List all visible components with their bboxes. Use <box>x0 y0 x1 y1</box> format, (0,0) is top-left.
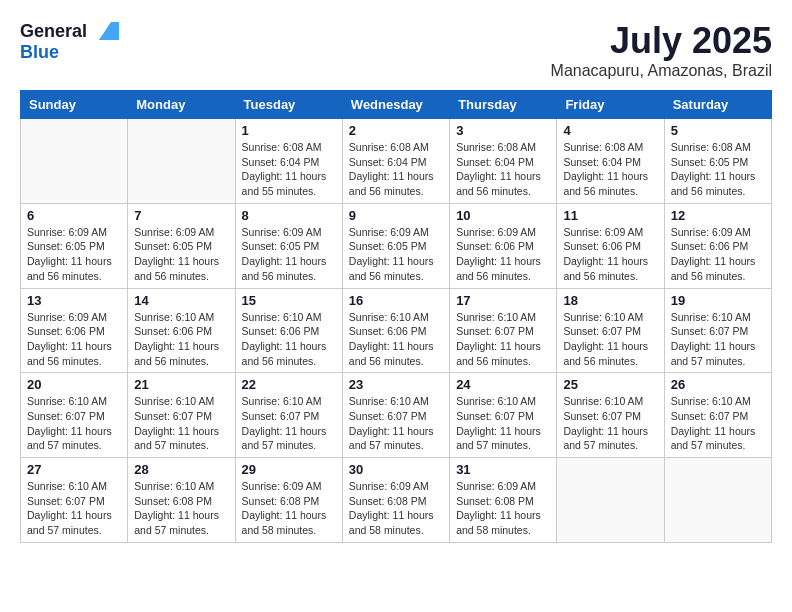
calendar-cell: 8Sunrise: 6:09 AM Sunset: 6:05 PM Daylig… <box>235 203 342 288</box>
day-number: 26 <box>671 377 765 392</box>
day-number: 31 <box>456 462 550 477</box>
day-number: 12 <box>671 208 765 223</box>
day-info: Sunrise: 6:10 AM Sunset: 6:07 PM Dayligh… <box>349 394 443 453</box>
day-info: Sunrise: 6:09 AM Sunset: 6:05 PM Dayligh… <box>134 225 228 284</box>
day-number: 29 <box>242 462 336 477</box>
day-number: 3 <box>456 123 550 138</box>
day-info: Sunrise: 6:10 AM Sunset: 6:07 PM Dayligh… <box>671 310 765 369</box>
day-number: 15 <box>242 293 336 308</box>
day-number: 6 <box>27 208 121 223</box>
day-number: 18 <box>563 293 657 308</box>
calendar-cell: 19Sunrise: 6:10 AM Sunset: 6:07 PM Dayli… <box>664 288 771 373</box>
calendar-cell: 7Sunrise: 6:09 AM Sunset: 6:05 PM Daylig… <box>128 203 235 288</box>
day-number: 22 <box>242 377 336 392</box>
location-subtitle: Manacapuru, Amazonas, Brazil <box>551 62 772 80</box>
calendar-cell: 12Sunrise: 6:09 AM Sunset: 6:06 PM Dayli… <box>664 203 771 288</box>
calendar-cell: 11Sunrise: 6:09 AM Sunset: 6:06 PM Dayli… <box>557 203 664 288</box>
calendar-week-row: 1Sunrise: 6:08 AM Sunset: 6:04 PM Daylig… <box>21 119 772 204</box>
calendar-cell: 22Sunrise: 6:10 AM Sunset: 6:07 PM Dayli… <box>235 373 342 458</box>
day-info: Sunrise: 6:10 AM Sunset: 6:06 PM Dayligh… <box>242 310 336 369</box>
calendar-week-row: 13Sunrise: 6:09 AM Sunset: 6:06 PM Dayli… <box>21 288 772 373</box>
calendar-cell: 9Sunrise: 6:09 AM Sunset: 6:05 PM Daylig… <box>342 203 449 288</box>
calendar-cell <box>664 458 771 543</box>
calendar-cell <box>21 119 128 204</box>
day-number: 27 <box>27 462 121 477</box>
calendar-cell: 31Sunrise: 6:09 AM Sunset: 6:08 PM Dayli… <box>450 458 557 543</box>
calendar-cell: 14Sunrise: 6:10 AM Sunset: 6:06 PM Dayli… <box>128 288 235 373</box>
day-info: Sunrise: 6:09 AM Sunset: 6:05 PM Dayligh… <box>242 225 336 284</box>
day-info: Sunrise: 6:09 AM Sunset: 6:06 PM Dayligh… <box>563 225 657 284</box>
calendar-cell: 6Sunrise: 6:09 AM Sunset: 6:05 PM Daylig… <box>21 203 128 288</box>
day-info: Sunrise: 6:10 AM Sunset: 6:06 PM Dayligh… <box>349 310 443 369</box>
calendar-header-tuesday: Tuesday <box>235 91 342 119</box>
calendar-header-wednesday: Wednesday <box>342 91 449 119</box>
day-number: 24 <box>456 377 550 392</box>
day-info: Sunrise: 6:09 AM Sunset: 6:06 PM Dayligh… <box>671 225 765 284</box>
calendar-cell: 27Sunrise: 6:10 AM Sunset: 6:07 PM Dayli… <box>21 458 128 543</box>
day-info: Sunrise: 6:10 AM Sunset: 6:07 PM Dayligh… <box>242 394 336 453</box>
calendar-cell: 25Sunrise: 6:10 AM Sunset: 6:07 PM Dayli… <box>557 373 664 458</box>
calendar-cell <box>557 458 664 543</box>
day-number: 5 <box>671 123 765 138</box>
day-number: 17 <box>456 293 550 308</box>
calendar-cell: 23Sunrise: 6:10 AM Sunset: 6:07 PM Dayli… <box>342 373 449 458</box>
day-info: Sunrise: 6:09 AM Sunset: 6:06 PM Dayligh… <box>456 225 550 284</box>
calendar-cell: 29Sunrise: 6:09 AM Sunset: 6:08 PM Dayli… <box>235 458 342 543</box>
calendar-header-friday: Friday <box>557 91 664 119</box>
day-info: Sunrise: 6:09 AM Sunset: 6:08 PM Dayligh… <box>242 479 336 538</box>
day-info: Sunrise: 6:10 AM Sunset: 6:08 PM Dayligh… <box>134 479 228 538</box>
day-info: Sunrise: 6:10 AM Sunset: 6:07 PM Dayligh… <box>563 394 657 453</box>
day-info: Sunrise: 6:10 AM Sunset: 6:07 PM Dayligh… <box>563 310 657 369</box>
calendar-cell: 4Sunrise: 6:08 AM Sunset: 6:04 PM Daylig… <box>557 119 664 204</box>
calendar-cell: 17Sunrise: 6:10 AM Sunset: 6:07 PM Dayli… <box>450 288 557 373</box>
day-number: 1 <box>242 123 336 138</box>
calendar-cell: 30Sunrise: 6:09 AM Sunset: 6:08 PM Dayli… <box>342 458 449 543</box>
day-info: Sunrise: 6:10 AM Sunset: 6:07 PM Dayligh… <box>456 310 550 369</box>
day-info: Sunrise: 6:08 AM Sunset: 6:04 PM Dayligh… <box>242 140 336 199</box>
day-number: 23 <box>349 377 443 392</box>
day-info: Sunrise: 6:08 AM Sunset: 6:04 PM Dayligh… <box>456 140 550 199</box>
calendar-cell: 28Sunrise: 6:10 AM Sunset: 6:08 PM Dayli… <box>128 458 235 543</box>
day-number: 2 <box>349 123 443 138</box>
day-number: 28 <box>134 462 228 477</box>
calendar-week-row: 27Sunrise: 6:10 AM Sunset: 6:07 PM Dayli… <box>21 458 772 543</box>
day-number: 25 <box>563 377 657 392</box>
calendar-cell: 1Sunrise: 6:08 AM Sunset: 6:04 PM Daylig… <box>235 119 342 204</box>
logo-icon <box>91 20 119 42</box>
day-number: 16 <box>349 293 443 308</box>
day-info: Sunrise: 6:08 AM Sunset: 6:05 PM Dayligh… <box>671 140 765 199</box>
day-number: 21 <box>134 377 228 392</box>
calendar-week-row: 6Sunrise: 6:09 AM Sunset: 6:05 PM Daylig… <box>21 203 772 288</box>
calendar-cell: 26Sunrise: 6:10 AM Sunset: 6:07 PM Dayli… <box>664 373 771 458</box>
day-info: Sunrise: 6:08 AM Sunset: 6:04 PM Dayligh… <box>349 140 443 199</box>
day-info: Sunrise: 6:10 AM Sunset: 6:07 PM Dayligh… <box>134 394 228 453</box>
day-number: 7 <box>134 208 228 223</box>
day-number: 11 <box>563 208 657 223</box>
day-number: 30 <box>349 462 443 477</box>
day-info: Sunrise: 6:09 AM Sunset: 6:08 PM Dayligh… <box>349 479 443 538</box>
day-info: Sunrise: 6:09 AM Sunset: 6:06 PM Dayligh… <box>27 310 121 369</box>
calendar-header-row: SundayMondayTuesdayWednesdayThursdayFrid… <box>21 91 772 119</box>
day-number: 10 <box>456 208 550 223</box>
calendar-cell: 15Sunrise: 6:10 AM Sunset: 6:06 PM Dayli… <box>235 288 342 373</box>
day-number: 19 <box>671 293 765 308</box>
page-header: General Blue July 2025 Manacapuru, Amazo… <box>20 20 772 80</box>
month-year-title: July 2025 <box>551 20 772 62</box>
calendar-cell: 20Sunrise: 6:10 AM Sunset: 6:07 PM Dayli… <box>21 373 128 458</box>
calendar-cell: 5Sunrise: 6:08 AM Sunset: 6:05 PM Daylig… <box>664 119 771 204</box>
logo-general-text: General <box>20 21 87 42</box>
calendar-header-sunday: Sunday <box>21 91 128 119</box>
calendar-cell: 10Sunrise: 6:09 AM Sunset: 6:06 PM Dayli… <box>450 203 557 288</box>
day-info: Sunrise: 6:10 AM Sunset: 6:07 PM Dayligh… <box>27 479 121 538</box>
logo: General Blue <box>20 20 119 63</box>
calendar-header-saturday: Saturday <box>664 91 771 119</box>
calendar-cell: 2Sunrise: 6:08 AM Sunset: 6:04 PM Daylig… <box>342 119 449 204</box>
day-info: Sunrise: 6:10 AM Sunset: 6:07 PM Dayligh… <box>27 394 121 453</box>
calendar-header-thursday: Thursday <box>450 91 557 119</box>
calendar-cell: 21Sunrise: 6:10 AM Sunset: 6:07 PM Dayli… <box>128 373 235 458</box>
calendar-cell <box>128 119 235 204</box>
day-number: 4 <box>563 123 657 138</box>
calendar-header-monday: Monday <box>128 91 235 119</box>
calendar-table: SundayMondayTuesdayWednesdayThursdayFrid… <box>20 90 772 543</box>
calendar-cell: 13Sunrise: 6:09 AM Sunset: 6:06 PM Dayli… <box>21 288 128 373</box>
